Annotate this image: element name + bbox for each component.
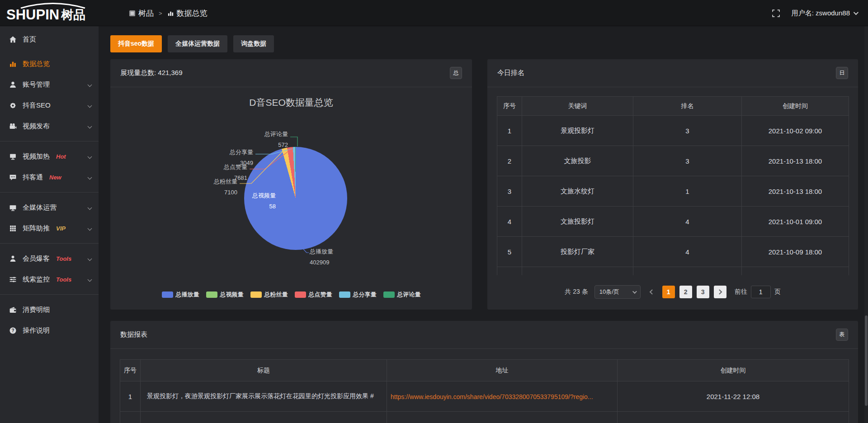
breadcrumb-root[interactable]: 树品 <box>129 8 154 19</box>
cell-no: 1 <box>497 116 522 146</box>
question-circle-icon: ? <box>9 327 17 334</box>
col-header-no: 序号 <box>497 97 522 116</box>
data-tabs: 抖音seo数据 全媒体运营数据 询盘数据 <box>110 35 274 52</box>
sidebar-item-home[interactable]: 首页 <box>0 29 99 50</box>
chevron-down-icon <box>88 175 92 179</box>
sidebar-item-matrix-boost[interactable]: 矩阵助推 VIP <box>0 218 99 239</box>
table-view-button[interactable]: 表 <box>836 329 848 341</box>
sidebar-item-expense-detail[interactable]: 消费明细 <box>0 299 99 320</box>
chevron-down-icon <box>854 10 859 15</box>
chevron-down-icon <box>88 82 92 87</box>
sidebar-item-help[interactable]: ? 操作说明 <box>0 320 99 341</box>
sidebar-item-label: 全媒体运营 <box>23 203 57 212</box>
sidebar-item-video-heat[interactable]: 视频加热 Hot <box>0 146 99 167</box>
badge-vip: VIP <box>56 225 66 232</box>
chart-card: 展现量总数: 421,369 总 D音SEO数据量总览 总评论量572 总分 <box>110 59 472 310</box>
chevron-left-icon <box>649 289 654 294</box>
goto-label: 前往 <box>735 288 747 296</box>
table-row-clipped <box>497 267 849 275</box>
legend-swatch <box>383 291 395 298</box>
cell-title: 景观投影灯，夜游景观投影灯厂家展示展示落花灯在花园里的灯光投影应用效果 # <box>141 381 387 412</box>
sidebar-item-label: 抖客通 <box>23 173 43 182</box>
prev-page-button[interactable] <box>645 286 658 298</box>
home-icon <box>9 36 17 43</box>
page-button-1[interactable]: 1 <box>662 286 675 298</box>
chevron-down-icon <box>88 226 92 230</box>
gear-icon <box>9 102 17 109</box>
sidebar-divider <box>0 294 99 295</box>
topbar-right: 用户名: zswodun88 <box>772 0 857 26</box>
chevron-right-icon <box>717 289 722 294</box>
user-icon <box>9 81 17 89</box>
legend-item[interactable]: 总评论量 <box>383 291 421 299</box>
report-table: 序号 标题 地址 创建时间 1 景观投影灯，夜游景观投影灯厂家展示展示落花灯在花… <box>120 359 849 423</box>
sidebar-item-member-burst[interactable]: 会员爆客 Tools <box>0 248 99 269</box>
chevron-down-icon <box>88 205 92 210</box>
sidebar-item-lead-monitor[interactable]: 线索监控 Tools <box>0 269 99 290</box>
table-row: 4 文旅投影灯 4 2021-10-01 09:00 <box>497 207 849 237</box>
monitor-icon <box>9 204 17 212</box>
legend-item[interactable]: 总视频量 <box>206 291 244 299</box>
pie-label-fans: 总粉丝量7100 <box>214 176 237 198</box>
sidebar-item-account[interactable]: 账号管理 <box>0 74 99 95</box>
sidebar-divider <box>0 141 99 141</box>
cell-created: 2021-10-13 18:00 <box>742 176 849 207</box>
pie-label-plays: 总播放量402909 <box>310 246 333 268</box>
cell-rank: 1 <box>633 176 742 207</box>
legend-item[interactable]: 总播放量 <box>162 291 199 299</box>
legend-swatch <box>206 291 217 298</box>
report-table-header-row: 序号 标题 地址 创建时间 <box>120 360 849 381</box>
scrollbar-thumb[interactable] <box>865 315 868 406</box>
scrollbar[interactable] <box>864 26 868 423</box>
fullscreen-icon[interactable] <box>772 9 780 17</box>
page-size-select[interactable]: 10条/页 <box>594 285 641 299</box>
bar-chart-icon <box>9 60 17 68</box>
rank-card: 今日排名 日 序号 关键词 排名 创建时间 <box>487 59 858 310</box>
app: SHUPIN 树品 树品 > 数据总览 <box>0 0 868 423</box>
tab-inquiry-data[interactable]: 询盘数据 <box>233 35 274 52</box>
legend-item[interactable]: 总点赞量 <box>295 291 332 299</box>
sidebar-item-label: 抖音SEO <box>23 101 51 110</box>
sidebar-item-label: 会员爆客 <box>23 254 50 263</box>
legend-swatch <box>295 291 306 298</box>
badge-tools: Tools <box>56 276 71 283</box>
cell-keyword: 文旅投影灯 <box>522 207 633 237</box>
page-button-3[interactable]: 3 <box>697 286 709 298</box>
tab-douyin-seo-data[interactable]: 抖音seo数据 <box>110 35 162 52</box>
sidebar-item-omnimedia[interactable]: 全媒体运营 <box>0 197 99 218</box>
col-header-created: 创建时间 <box>742 97 849 116</box>
cell-keyword: 景观投影灯 <box>522 116 633 146</box>
chevron-down-icon <box>88 256 92 261</box>
next-page-button[interactable] <box>714 286 726 298</box>
chart-legend: 总播放量 总视频量 总粉丝量 总点赞量 总分享量 总评论量 <box>110 291 472 299</box>
chevron-down-icon <box>88 103 92 108</box>
sidebar-item-data-overview[interactable]: 数据总览 <box>0 53 99 74</box>
cell-rank: 4 <box>633 207 742 237</box>
sidebar-item-douketong[interactable]: 抖客通 New <box>0 167 99 188</box>
breadcrumb-current[interactable]: 数据总览 <box>167 8 208 19</box>
legend-item[interactable]: 总粉丝量 <box>250 291 288 299</box>
report-card-title: 数据报表 <box>120 330 147 339</box>
tab-omnimedia-data[interactable]: 全媒体运营数据 <box>168 35 227 52</box>
user-menu[interactable]: 用户名: zswodun88 <box>792 9 857 18</box>
chevron-down-icon <box>88 277 92 282</box>
member-icon <box>9 255 17 263</box>
report-card-header: 数据报表 表 <box>110 321 858 349</box>
cell-no: 3 <box>497 176 522 207</box>
sidebar-item-label: 首页 <box>23 35 36 44</box>
goto-page-input[interactable] <box>751 286 771 298</box>
logo: SHUPIN 树品 <box>6 3 99 23</box>
daily-view-button[interactable]: 日 <box>836 67 848 79</box>
sidebar-item-douyin-seo[interactable]: 抖音SEO <box>0 95 99 116</box>
badge-new: New <box>49 174 61 181</box>
username-label: 用户名: zswodun88 <box>792 9 850 18</box>
cell-keyword: 投影灯厂家 <box>522 237 633 267</box>
sidebar-item-video-publish[interactable]: 视频发布 <box>0 116 99 136</box>
page-button-2[interactable]: 2 <box>679 286 692 298</box>
sidebar-item-label: 消费明细 <box>23 306 50 314</box>
legend-swatch <box>162 291 173 298</box>
video-link[interactable]: https://www.iesdouyin.com/share/video/70… <box>391 393 593 400</box>
legend-item[interactable]: 总分享量 <box>339 291 377 299</box>
total-view-button[interactable]: 总 <box>450 67 462 79</box>
rank-table: 序号 关键词 排名 创建时间 1 景观投影灯 3 2021-10-02 09:0… <box>497 96 849 275</box>
